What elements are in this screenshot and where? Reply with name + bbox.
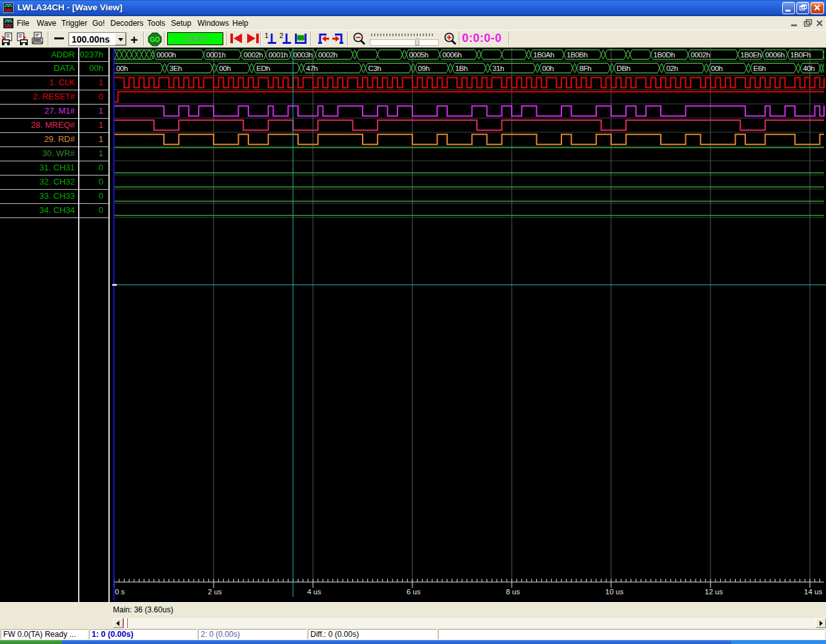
svg-text:1B0Bh: 1B0Bh <box>567 51 588 59</box>
svg-text:00h: 00h <box>219 65 231 72</box>
svg-text:6 us: 6 us <box>407 588 421 596</box>
svg-text:0002h: 0002h <box>690 51 710 59</box>
svg-text:3Eh: 3Eh <box>170 65 182 72</box>
svg-text:1: 1 <box>265 32 268 39</box>
svg-text:0001h: 0001h <box>268 51 288 59</box>
svg-text:1B0Ah: 1B0Ah <box>533 51 554 59</box>
svg-text:1B0Fh: 1B0Fh <box>790 51 811 59</box>
svg-text:8 us: 8 us <box>506 588 520 596</box>
svg-text:0 s: 0 s <box>115 588 125 596</box>
svg-text:4 us: 4 us <box>307 588 321 596</box>
svg-text:2 us: 2 us <box>208 588 222 596</box>
svg-text:1B0Dh: 1B0Dh <box>654 51 675 59</box>
svg-text:GO: GO <box>150 36 160 43</box>
svg-text:1B0Eh: 1B0Eh <box>740 51 761 59</box>
svg-text:1Bh: 1Bh <box>455 65 467 72</box>
svg-text:DBh: DBh <box>617 65 630 72</box>
svg-text:8Fh: 8Fh <box>579 65 592 72</box>
svg-text:C3h: C3h <box>368 65 381 72</box>
svg-text:00h: 00h <box>116 65 128 72</box>
svg-text:E6h: E6h <box>753 65 765 72</box>
svg-text:31h: 31h <box>492 65 504 72</box>
svg-text:14 us: 14 us <box>804 588 822 596</box>
svg-text:0006h: 0006h <box>765 51 785 59</box>
svg-text:0002h: 0002h <box>243 51 263 59</box>
svg-text:0000h: 0000h <box>157 51 176 59</box>
svg-text:00h: 00h <box>711 65 723 72</box>
svg-text:EDh: EDh <box>256 65 270 72</box>
svg-text:40h: 40h <box>803 65 814 72</box>
svg-text:10 us: 10 us <box>605 588 623 596</box>
svg-text:02h: 02h <box>666 65 678 72</box>
svg-text:0001h: 0001h <box>206 51 226 59</box>
svg-text:0003h: 0003h <box>293 51 312 59</box>
svg-text:0006h: 0006h <box>442 51 461 59</box>
svg-text:0002h: 0002h <box>318 51 337 59</box>
svg-text:12 us: 12 us <box>705 588 723 596</box>
svg-text:09h: 09h <box>418 65 430 72</box>
svg-text:2: 2 <box>279 32 283 39</box>
svg-text:0005h: 0005h <box>409 51 428 59</box>
svg-text:00h: 00h <box>542 65 554 72</box>
svg-text:47h: 47h <box>306 65 317 72</box>
